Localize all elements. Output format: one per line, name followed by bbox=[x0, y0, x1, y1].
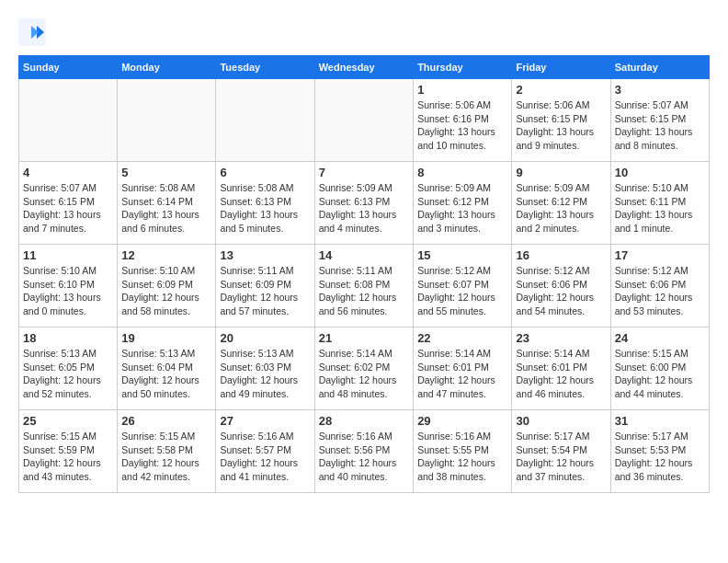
day-number: 29 bbox=[417, 414, 507, 428]
calendar-cell: 7Sunrise: 5:09 AM Sunset: 6:13 PM Daylig… bbox=[314, 162, 413, 245]
day-number: 12 bbox=[121, 248, 211, 262]
day-number: 7 bbox=[319, 166, 409, 179]
calendar-cell bbox=[216, 79, 314, 162]
day-info: Sunrise: 5:07 AM Sunset: 6:15 PM Dayligh… bbox=[615, 98, 705, 153]
calendar-table: SundayMondayTuesdayWednesdayThursdayFrid… bbox=[18, 55, 710, 493]
calendar-cell: 17Sunrise: 5:12 AM Sunset: 6:06 PM Dayli… bbox=[610, 245, 709, 327]
day-info: Sunrise: 5:09 AM Sunset: 6:12 PM Dayligh… bbox=[417, 181, 507, 236]
day-info: Sunrise: 5:10 AM Sunset: 6:10 PM Dayligh… bbox=[23, 264, 113, 318]
calendar-cell: 23Sunrise: 5:14 AM Sunset: 6:01 PM Dayli… bbox=[512, 327, 610, 410]
day-number: 24 bbox=[615, 331, 705, 345]
day-number: 14 bbox=[319, 248, 409, 262]
calendar-cell: 28Sunrise: 5:16 AM Sunset: 5:56 PM Dayli… bbox=[314, 410, 413, 493]
day-info: Sunrise: 5:06 AM Sunset: 6:16 PM Dayligh… bbox=[417, 98, 507, 153]
day-of-week-header: Sunday bbox=[19, 56, 118, 79]
header bbox=[18, 18, 710, 46]
calendar-cell: 25Sunrise: 5:15 AM Sunset: 5:59 PM Dayli… bbox=[19, 410, 118, 493]
calendar-cell: 16Sunrise: 5:12 AM Sunset: 6:06 PM Dayli… bbox=[512, 245, 610, 327]
day-number: 30 bbox=[516, 414, 606, 428]
day-info: Sunrise: 5:16 AM Sunset: 5:55 PM Dayligh… bbox=[417, 430, 507, 484]
calendar-cell: 8Sunrise: 5:09 AM Sunset: 6:12 PM Daylig… bbox=[414, 162, 512, 245]
day-of-week-header: Monday bbox=[118, 56, 216, 79]
day-info: Sunrise: 5:12 AM Sunset: 6:06 PM Dayligh… bbox=[615, 264, 705, 318]
calendar-cell: 18Sunrise: 5:13 AM Sunset: 6:05 PM Dayli… bbox=[19, 327, 118, 410]
calendar-cell: 2Sunrise: 5:06 AM Sunset: 6:15 PM Daylig… bbox=[512, 79, 610, 162]
day-info: Sunrise: 5:10 AM Sunset: 6:11 PM Dayligh… bbox=[615, 181, 705, 236]
calendar-week-row: 1Sunrise: 5:06 AM Sunset: 6:16 PM Daylig… bbox=[19, 79, 710, 162]
calendar-cell: 13Sunrise: 5:11 AM Sunset: 6:09 PM Dayli… bbox=[216, 245, 314, 327]
day-info: Sunrise: 5:15 AM Sunset: 6:00 PM Dayligh… bbox=[615, 347, 705, 401]
day-number: 17 bbox=[615, 248, 705, 262]
calendar-cell: 30Sunrise: 5:17 AM Sunset: 5:54 PM Dayli… bbox=[512, 410, 610, 493]
day-info: Sunrise: 5:14 AM Sunset: 6:02 PM Dayligh… bbox=[319, 347, 409, 401]
calendar-cell: 19Sunrise: 5:13 AM Sunset: 6:04 PM Dayli… bbox=[118, 327, 216, 410]
day-info: Sunrise: 5:09 AM Sunset: 6:13 PM Dayligh… bbox=[319, 181, 409, 236]
day-info: Sunrise: 5:15 AM Sunset: 5:59 PM Dayligh… bbox=[23, 430, 113, 484]
days-header-row: SundayMondayTuesdayWednesdayThursdayFrid… bbox=[19, 56, 710, 79]
calendar-cell: 15Sunrise: 5:12 AM Sunset: 6:07 PM Dayli… bbox=[414, 245, 512, 327]
day-number: 4 bbox=[23, 166, 113, 179]
calendar-cell: 31Sunrise: 5:17 AM Sunset: 5:53 PM Dayli… bbox=[610, 410, 709, 493]
calendar-cell: 27Sunrise: 5:16 AM Sunset: 5:57 PM Dayli… bbox=[216, 410, 314, 493]
day-info: Sunrise: 5:15 AM Sunset: 5:58 PM Dayligh… bbox=[121, 430, 211, 484]
calendar-cell: 9Sunrise: 5:09 AM Sunset: 6:12 PM Daylig… bbox=[512, 162, 610, 245]
day-info: Sunrise: 5:07 AM Sunset: 6:15 PM Dayligh… bbox=[23, 181, 113, 236]
day-number: 6 bbox=[220, 166, 310, 179]
day-info: Sunrise: 5:17 AM Sunset: 5:53 PM Dayligh… bbox=[615, 430, 705, 484]
day-number: 16 bbox=[516, 248, 606, 262]
day-info: Sunrise: 5:13 AM Sunset: 6:03 PM Dayligh… bbox=[220, 347, 310, 401]
calendar-week-row: 4Sunrise: 5:07 AM Sunset: 6:15 PM Daylig… bbox=[19, 162, 710, 245]
day-info: Sunrise: 5:09 AM Sunset: 6:12 PM Dayligh… bbox=[516, 181, 606, 236]
day-info: Sunrise: 5:13 AM Sunset: 6:05 PM Dayligh… bbox=[23, 347, 113, 401]
calendar-cell: 14Sunrise: 5:11 AM Sunset: 6:08 PM Dayli… bbox=[314, 245, 413, 327]
day-number: 11 bbox=[23, 248, 113, 262]
day-number: 28 bbox=[319, 414, 409, 428]
day-number: 10 bbox=[615, 166, 705, 179]
day-number: 8 bbox=[417, 166, 507, 179]
calendar-week-row: 25Sunrise: 5:15 AM Sunset: 5:59 PM Dayli… bbox=[19, 410, 710, 493]
day-info: Sunrise: 5:14 AM Sunset: 6:01 PM Dayligh… bbox=[516, 347, 606, 401]
day-number: 20 bbox=[220, 331, 310, 345]
day-number: 9 bbox=[516, 166, 606, 179]
day-number: 19 bbox=[121, 331, 211, 345]
calendar-cell: 5Sunrise: 5:08 AM Sunset: 6:14 PM Daylig… bbox=[118, 162, 216, 245]
calendar-cell: 11Sunrise: 5:10 AM Sunset: 6:10 PM Dayli… bbox=[19, 245, 118, 327]
calendar-cell: 12Sunrise: 5:10 AM Sunset: 6:09 PM Dayli… bbox=[118, 245, 216, 327]
day-info: Sunrise: 5:11 AM Sunset: 6:09 PM Dayligh… bbox=[220, 264, 310, 318]
calendar-cell: 20Sunrise: 5:13 AM Sunset: 6:03 PM Dayli… bbox=[216, 327, 314, 410]
day-number: 1 bbox=[417, 83, 507, 97]
day-number: 3 bbox=[615, 83, 705, 97]
logo-icon bbox=[18, 18, 46, 46]
calendar-cell: 26Sunrise: 5:15 AM Sunset: 5:58 PM Dayli… bbox=[118, 410, 216, 493]
day-number: 21 bbox=[319, 331, 409, 345]
day-number: 15 bbox=[417, 248, 507, 262]
day-info: Sunrise: 5:16 AM Sunset: 5:56 PM Dayligh… bbox=[319, 430, 409, 484]
day-info: Sunrise: 5:06 AM Sunset: 6:15 PM Dayligh… bbox=[516, 98, 606, 153]
day-info: Sunrise: 5:08 AM Sunset: 6:13 PM Dayligh… bbox=[220, 181, 310, 236]
day-number: 31 bbox=[615, 414, 705, 428]
day-info: Sunrise: 5:10 AM Sunset: 6:09 PM Dayligh… bbox=[121, 264, 211, 318]
day-number: 18 bbox=[23, 331, 113, 345]
calendar-cell: 3Sunrise: 5:07 AM Sunset: 6:15 PM Daylig… bbox=[610, 79, 709, 162]
day-number: 13 bbox=[220, 248, 310, 262]
calendar-cell bbox=[314, 79, 413, 162]
calendar-cell: 4Sunrise: 5:07 AM Sunset: 6:15 PM Daylig… bbox=[19, 162, 118, 245]
day-number: 5 bbox=[121, 166, 211, 179]
day-number: 25 bbox=[23, 414, 113, 428]
day-of-week-header: Tuesday bbox=[216, 56, 314, 79]
calendar-cell: 10Sunrise: 5:10 AM Sunset: 6:11 PM Dayli… bbox=[610, 162, 709, 245]
day-info: Sunrise: 5:12 AM Sunset: 6:06 PM Dayligh… bbox=[516, 264, 606, 318]
logo bbox=[18, 18, 50, 46]
calendar-cell: 24Sunrise: 5:15 AM Sunset: 6:00 PM Dayli… bbox=[610, 327, 709, 410]
calendar-week-row: 18Sunrise: 5:13 AM Sunset: 6:05 PM Dayli… bbox=[19, 327, 710, 410]
calendar-week-row: 11Sunrise: 5:10 AM Sunset: 6:10 PM Dayli… bbox=[19, 245, 710, 327]
calendar-cell: 21Sunrise: 5:14 AM Sunset: 6:02 PM Dayli… bbox=[314, 327, 413, 410]
day-number: 27 bbox=[220, 414, 310, 428]
day-info: Sunrise: 5:12 AM Sunset: 6:07 PM Dayligh… bbox=[417, 264, 507, 318]
day-info: Sunrise: 5:11 AM Sunset: 6:08 PM Dayligh… bbox=[319, 264, 409, 318]
calendar-cell: 1Sunrise: 5:06 AM Sunset: 6:16 PM Daylig… bbox=[414, 79, 512, 162]
day-info: Sunrise: 5:14 AM Sunset: 6:01 PM Dayligh… bbox=[417, 347, 507, 401]
calendar-cell bbox=[118, 79, 216, 162]
day-info: Sunrise: 5:13 AM Sunset: 6:04 PM Dayligh… bbox=[121, 347, 211, 401]
day-of-week-header: Saturday bbox=[610, 56, 709, 79]
